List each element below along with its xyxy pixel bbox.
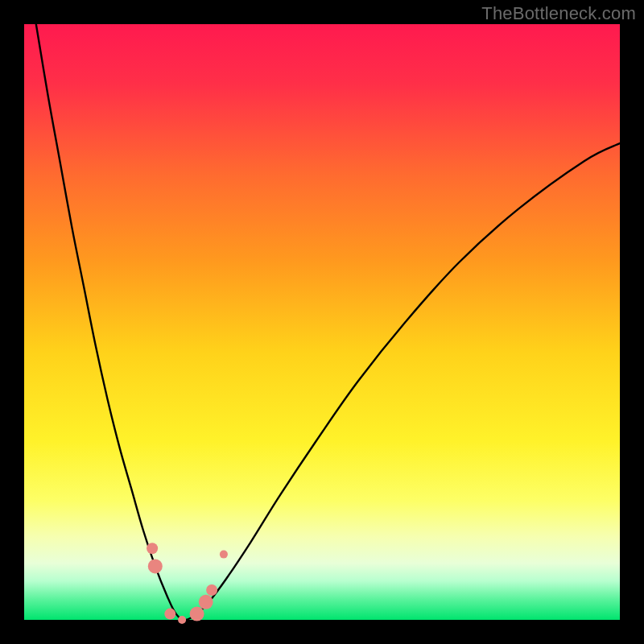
watermark-text: TheBottleneck.com xyxy=(481,3,636,24)
data-marker xyxy=(164,609,175,620)
data-marker xyxy=(220,551,228,559)
data-marker xyxy=(148,559,163,573)
data-marker xyxy=(178,616,186,624)
chart-svg xyxy=(24,24,620,620)
data-marker xyxy=(190,607,204,621)
bottleneck-curve xyxy=(36,24,620,620)
data-marker xyxy=(206,584,217,596)
data-marker xyxy=(147,543,158,554)
data-marker xyxy=(199,595,213,609)
data-markers xyxy=(147,543,228,624)
